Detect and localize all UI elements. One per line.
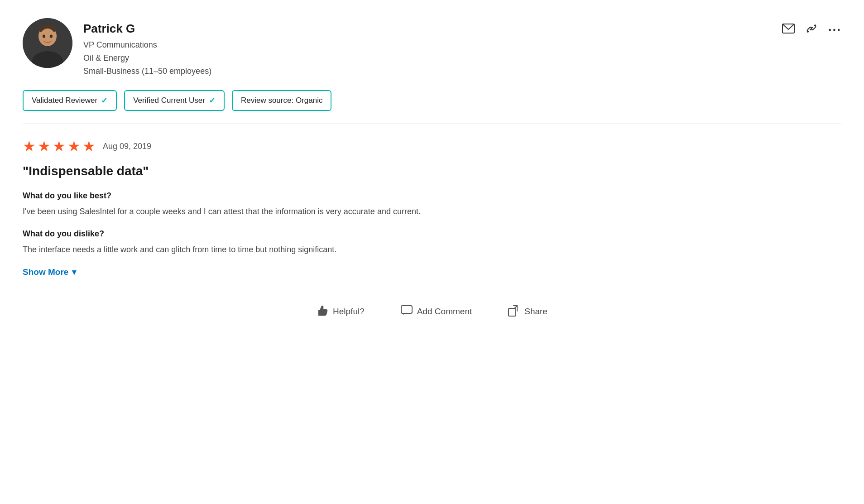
footer-actions: Helpful? Add Comment Share (23, 291, 841, 332)
review-section-like: What do you like best? I've been using S… (23, 191, 841, 218)
reviewer-name: Patrick G (83, 22, 211, 36)
helpful-icon (317, 305, 328, 319)
star-5: ★ (82, 138, 96, 155)
review-source-badge: Review source: Organic (232, 90, 331, 111)
dislike-question: What do you dislike? (23, 229, 841, 239)
email-icon[interactable] (782, 24, 795, 36)
header-actions: ··· (782, 18, 841, 37)
review-title: "Indispensable data" (23, 164, 841, 178)
star-rating: ★ ★ ★ ★ ★ (23, 138, 96, 155)
badge-label: Validated Reviewer (32, 96, 97, 105)
review-content: ★ ★ ★ ★ ★ Aug 09, 2019 "Indispensable da… (23, 138, 841, 277)
reviewer-info: Patrick G VP Communications Oil & Energy… (83, 18, 211, 77)
check-icon: ✓ (101, 96, 108, 106)
add-comment-label: Add Comment (417, 307, 472, 317)
share-label: Share (524, 307, 547, 317)
badges-section: Validated Reviewer ✓ Verified Current Us… (23, 90, 841, 111)
verified-user-badge: Verified Current User ✓ (124, 90, 225, 111)
helpful-button[interactable]: Helpful? (317, 305, 365, 319)
badge-label: Review source: Organic (241, 96, 322, 105)
star-1: ★ (23, 138, 36, 155)
stars-row: ★ ★ ★ ★ ★ Aug 09, 2019 (23, 138, 841, 155)
share-button[interactable]: Share (508, 305, 547, 319)
link-icon[interactable] (806, 23, 817, 37)
badge-label: Verified Current User (133, 96, 205, 105)
header-divider (23, 124, 841, 124)
add-comment-button[interactable]: Add Comment (401, 305, 472, 318)
show-more-label: Show More (23, 267, 68, 277)
avatar (23, 18, 72, 68)
review-header: Patrick G VP Communications Oil & Energy… (23, 18, 841, 77)
like-answer: I've been using SalesIntel for a couple … (23, 205, 841, 218)
review-section-dislike: What do you dislike? The interface needs… (23, 229, 841, 256)
show-more-button[interactable]: Show More ▾ (23, 267, 841, 277)
star-2: ★ (38, 138, 51, 155)
svg-point-6 (50, 35, 53, 38)
star-3: ★ (53, 138, 66, 155)
chevron-down-icon: ▾ (72, 267, 76, 277)
svg-rect-9 (509, 308, 516, 316)
like-question: What do you like best? (23, 191, 841, 201)
share-icon (508, 305, 520, 319)
svg-point-5 (43, 35, 45, 38)
review-card: Patrick G VP Communications Oil & Energy… (0, 0, 864, 332)
review-date: Aug 09, 2019 (103, 142, 151, 151)
star-4: ★ (67, 138, 81, 155)
dislike-answer: The interface needs a little work and ca… (23, 243, 841, 256)
validated-reviewer-badge: Validated Reviewer ✓ (23, 90, 117, 111)
comment-icon (401, 305, 413, 318)
svg-rect-8 (401, 306, 412, 313)
check-icon: ✓ (209, 96, 216, 106)
helpful-label: Helpful? (333, 307, 365, 317)
more-options-icon[interactable]: ··· (828, 23, 841, 37)
svg-point-4 (40, 29, 55, 46)
reviewer-profile: Patrick G VP Communications Oil & Energy… (23, 18, 211, 77)
reviewer-title: VP Communications Oil & Energy Small-Bus… (83, 38, 211, 77)
